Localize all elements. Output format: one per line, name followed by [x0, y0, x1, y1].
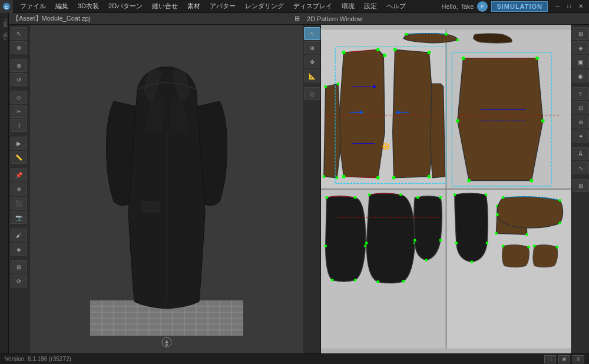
menu-env[interactable]: 環境: [337, 1, 359, 12]
status-right-controls: □ ▣ ⊞: [544, 355, 584, 363]
right-panel: 2D Pattern Window ↖ ⊕ ✥ 📐 ◇: [303, 13, 589, 353]
svg-point-33: [376, 176, 380, 180]
tool-arrange[interactable]: ⊞: [11, 260, 27, 273]
tool-sim[interactable]: ▶: [11, 137, 27, 150]
svg-point-57: [354, 196, 357, 199]
2d-right-toolbar: ⊞ ◈ ▣ ◉ ≡ ⊟ ⊕ ✦ A ∿ ⊞: [571, 25, 589, 353]
svg-point-69: [439, 196, 442, 199]
tool-2d-r5[interactable]: ≡: [573, 87, 589, 100]
tool-fold[interactable]: ⬛: [11, 197, 27, 210]
svg-point-76: [471, 260, 474, 263]
separator-2: [11, 87, 27, 90]
restore-button[interactable]: □: [563, 0, 575, 13]
tool-2d-r9[interactable]: A: [573, 147, 589, 160]
toolbar-label-tool: ツール: [1, 15, 8, 26]
svg-point-71: [425, 259, 428, 262]
minimize-button[interactable]: ─: [551, 0, 563, 13]
menu-settings[interactable]: 設定: [359, 1, 382, 12]
menu-right: Hello, fake F SIMULATION ─ □ ✕: [441, 0, 589, 13]
menu-render[interactable]: レンダリング: [240, 1, 289, 12]
coat-3d-model: [102, 42, 231, 313]
svg-point-87: [527, 246, 530, 249]
left-panel-content: ↖ ✥ ⊕ ↺ ◇ ✂ ⌇ ▶ 📏 📌 ❄ ⬛ 📷 🖌 ◈: [9, 25, 303, 353]
sep-r3: [573, 176, 589, 178]
version-text: Version: 6.1.186 (r35272): [5, 356, 71, 362]
menu-avatar[interactable]: アバター: [205, 1, 240, 12]
menu-3d-garment[interactable]: 3D衣装: [73, 1, 104, 12]
tool-cut[interactable]: ✂: [11, 105, 27, 118]
svg-point-50: [445, 33, 448, 36]
main-content: ツール ボーン 【Asset】Module_Coat.zpj ⊞ ↖ ✥ ⊕ ↺…: [0, 13, 589, 353]
svg-text:C: C: [5, 5, 8, 10]
tool-pin[interactable]: 📌: [11, 168, 27, 181]
tool-camera[interactable]: 📷: [11, 211, 27, 224]
svg-point-66: [376, 280, 379, 283]
tool-2d-r3[interactable]: ▣: [573, 55, 589, 68]
left-panel-title: 【Asset】Module_Coat.zpj ⊞: [9, 13, 303, 25]
menu-material[interactable]: 素材: [183, 1, 205, 12]
status-btn-1[interactable]: □: [544, 355, 556, 363]
pattern-svg: [321, 25, 571, 353]
menu-display[interactable]: ディスプレイ: [289, 1, 337, 12]
tool-edit-point[interactable]: ◇: [11, 91, 27, 104]
tool-2d-measure[interactable]: 📐: [304, 70, 320, 82]
svg-point-84: [558, 222, 561, 225]
menu-file[interactable]: ファイル: [15, 1, 51, 12]
svg-point-44: [530, 179, 533, 183]
tool-move[interactable]: ⊕: [11, 59, 27, 72]
separator-6: [11, 257, 27, 259]
username-text: fake: [462, 3, 474, 10]
left-title-icon[interactable]: ⊞: [294, 15, 300, 22]
right-title-text: 2D Pattern Window: [307, 15, 363, 22]
tool-2d-r2[interactable]: ◈: [573, 41, 589, 54]
tool-2d-edit[interactable]: ◇: [304, 87, 320, 100]
svg-point-38: [428, 51, 431, 54]
tool-texture[interactable]: ◈: [11, 243, 27, 256]
avatar-indicator: [161, 337, 172, 348]
menu-sewing[interactable]: 縫い合せ: [147, 1, 183, 12]
tool-2d-r1[interactable]: ⊞: [573, 27, 589, 40]
svg-point-65: [402, 280, 405, 283]
tool-3d-brush[interactable]: 🖌: [11, 229, 27, 241]
tool-rotate[interactable]: ↺: [11, 73, 27, 86]
sep-r2: [573, 144, 589, 146]
tool-transform[interactable]: ✥: [11, 41, 27, 54]
tool-2d-r10[interactable]: ∿: [573, 161, 589, 174]
tool-freeze[interactable]: ❄: [11, 183, 27, 196]
tool-2d-select[interactable]: ↖: [304, 27, 320, 40]
2d-pattern-viewport[interactable]: [321, 25, 571, 353]
svg-point-72: [413, 239, 416, 242]
sep-r1: [573, 84, 589, 86]
tool-2d-r7[interactable]: ⊕: [573, 115, 589, 128]
svg-point-75: [486, 241, 489, 244]
menu-items: ファイル 編集 3D衣装 2Dパターン 縫い合せ 素材 アバター レンダリング …: [13, 1, 441, 12]
tool-2d-r11[interactable]: ⊞: [573, 179, 589, 192]
svg-point-59: [354, 279, 357, 282]
svg-point-46: [456, 119, 459, 123]
status-btn-3[interactable]: ⊞: [573, 355, 584, 363]
svg-point-81: [495, 232, 498, 235]
user-avatar[interactable]: F: [477, 1, 488, 12]
svg-point-52: [324, 85, 327, 88]
tool-reset[interactable]: ⟳: [11, 274, 27, 287]
separator-4: [11, 165, 27, 167]
left-vertical-toolbar: ツール ボーン: [0, 13, 9, 353]
svg-point-74: [485, 193, 488, 196]
tool-2d-r6[interactable]: ⊟: [573, 101, 589, 114]
tool-2d-pan[interactable]: ✥: [304, 55, 320, 68]
tool-measure[interactable]: 📏: [11, 151, 27, 164]
simulation-badge[interactable]: SIMULATION: [491, 1, 548, 12]
tool-select[interactable]: ↖: [11, 27, 27, 40]
status-btn-2[interactable]: ▣: [558, 355, 570, 363]
menu-edit[interactable]: 編集: [51, 1, 73, 12]
menu-help[interactable]: ヘルプ: [382, 1, 411, 12]
tool-sew[interactable]: ⌇: [11, 119, 27, 132]
svg-point-34: [342, 175, 346, 178]
close-button[interactable]: ✕: [575, 0, 587, 13]
menu-2d-pattern[interactable]: 2Dパターン: [104, 1, 147, 12]
tool-2d-zoom[interactable]: ⊕: [304, 41, 320, 54]
tool-2d-r8[interactable]: ✦: [573, 130, 589, 143]
3d-viewport[interactable]: [29, 25, 303, 353]
app-icon: C: [0, 0, 13, 13]
tool-2d-r4[interactable]: ◉: [573, 70, 589, 82]
